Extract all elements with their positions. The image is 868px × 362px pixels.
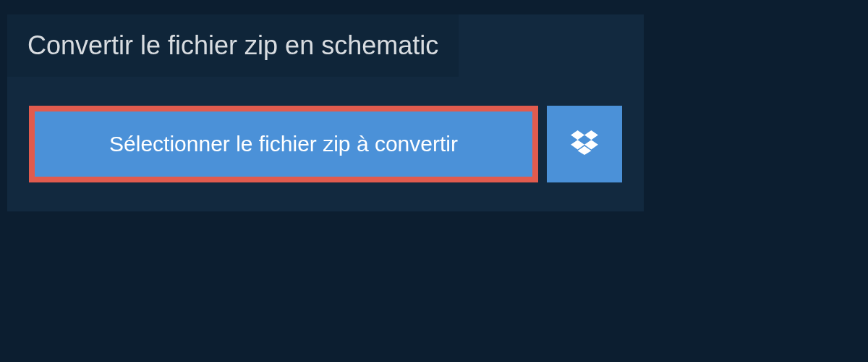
select-file-button[interactable]: Sélectionner le fichier zip à convertir — [29, 106, 538, 182]
title-bar: Convertir le fichier zip en schematic — [7, 14, 459, 77]
action-row: Sélectionner le fichier zip à convertir — [7, 77, 644, 182]
page-title: Convertir le fichier zip en schematic — [27, 30, 438, 61]
dropbox-icon — [571, 130, 598, 158]
converter-panel: Convertir le fichier zip en schematic Sé… — [7, 14, 644, 211]
dropbox-button[interactable] — [547, 106, 622, 182]
select-file-label: Sélectionner le fichier zip à convertir — [109, 132, 458, 156]
